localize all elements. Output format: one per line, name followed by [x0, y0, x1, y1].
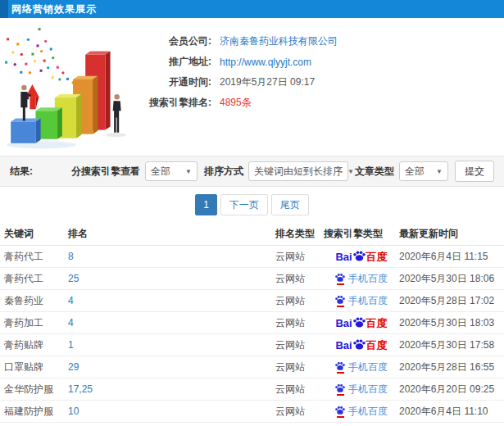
paw-icon — [353, 250, 366, 262]
rank-link[interactable]: 17,25 — [68, 383, 93, 395]
update-time-cell: 2020年6月20日 09:25 — [399, 383, 504, 397]
businessman-right — [113, 94, 121, 133]
keyword-cell: 金华防护服 — [0, 383, 68, 397]
rank-type-cell: 云网站 — [275, 250, 324, 264]
baidu-logo: Bai 百度 — [335, 339, 387, 351]
engine-filter-select[interactable]: 全部 ▼ — [145, 161, 198, 181]
paw-icon — [335, 406, 345, 415]
table-row: 膏药代工 25 云网站 手机百度 2020年5月30日 18:06 — [0, 268, 504, 290]
article-type-value: 全部 — [405, 165, 425, 179]
promo-url-link[interactable]: http://www.qlyyjt.com — [220, 57, 311, 68]
table-row: 福建防护服 10 云网站 手机百度 2020年6月4日 11:10 — [0, 401, 504, 423]
growth-chart-clipart — [0, 25, 141, 149]
table-row: 膏药加工 4 云网站 Bai 百度 2020年5月30日 18:03 — [0, 312, 504, 334]
paw-icon — [335, 361, 345, 371]
baidu-mobile-label: 手机百度 — [348, 406, 388, 416]
keyword-cell: 膏药代工 — [0, 250, 68, 264]
open-time-label: 开通时间: — [146, 75, 211, 89]
rank-type-cell: 云网站 — [275, 316, 324, 330]
paw-icon — [353, 316, 366, 329]
rank-type-cell: 云网站 — [275, 383, 324, 397]
baidu-mobile-paw-icon — [335, 273, 345, 285]
baidu-mobile-paw-icon — [335, 383, 345, 396]
baidu-mobile-label: 手机百度 — [348, 384, 388, 394]
company-link[interactable]: 济南秦鲁药业科技有限公司 — [220, 34, 338, 48]
member-info-section: 会员公司: 济南秦鲁药业科技有限公司 推广地址: http://www.qlyy… — [0, 18, 504, 156]
engine-filter-label: 分搜索引擎查看 — [71, 165, 140, 179]
rank-link[interactable]: 25 — [68, 273, 79, 284]
keyword-cell: 秦鲁药业 — [0, 294, 68, 308]
header-keyword: 关键词 — [0, 227, 68, 241]
rank-link[interactable]: 8 — [68, 251, 74, 262]
article-type-select[interactable]: 全部 ▼ — [399, 161, 448, 181]
header-rank-type: 排名类型 — [275, 227, 324, 241]
table-row: 秦鲁药业 4 云网站 手机百度 2020年5月28日 17:02 — [0, 290, 504, 312]
rank-link[interactable]: 10 — [68, 406, 79, 417]
member-details: 会员公司: 济南秦鲁药业科技有限公司 推广地址: http://www.qlyy… — [146, 18, 338, 156]
rank-type-cell: 云网站 — [275, 405, 324, 419]
table-body: 膏药代工 8 云网站 Bai 百度 2020年6月4日 11:15 膏药代工 2… — [0, 246, 504, 426]
paw-icon — [335, 295, 345, 305]
bar-blue — [11, 118, 40, 143]
detail-row-url: 推广地址: http://www.qlyyjt.com — [146, 52, 338, 72]
update-time-cell: 2020年6月4日 11:15 — [399, 250, 504, 264]
engine-cell: Bai 百度 — [324, 251, 399, 263]
last-page-button[interactable]: 尾页 — [271, 194, 309, 215]
keyword-cell: 膏药贴牌 — [0, 338, 68, 352]
engine-cell: 手机百度 — [324, 406, 399, 418]
table-header: 关键词 排名 排名类型 搜索引擎类型 最新更新时间 — [0, 223, 504, 246]
engine-cell: Bai 百度 — [324, 339, 399, 351]
rank-link[interactable]: 4 — [68, 317, 74, 329]
chevron-down-icon: ▼ — [347, 168, 354, 175]
header-rank: 排名 — [68, 227, 275, 241]
rank-type-cell: 云网站 — [275, 272, 324, 286]
ranking-table: 关键词 排名 排名类型 搜索引擎类型 最新更新时间 膏药代工 8 云网站 Bai… — [0, 223, 504, 426]
rank-type-cell: 云网站 — [275, 360, 324, 374]
rank-count-value: 4895条 — [220, 96, 252, 110]
keyword-cell: 膏药代工 — [0, 272, 68, 286]
baidu-mobile-label: 手机百度 — [348, 296, 388, 306]
baidu-mobile-paw-icon — [335, 361, 345, 374]
engine-cell: 手机百度 — [324, 273, 399, 285]
chevron-down-icon: ▼ — [436, 168, 443, 175]
baidu-mobile-label: 手机百度 — [348, 362, 388, 372]
baidu-mobile-label: 手机百度 — [348, 274, 388, 283]
update-time-cell: 2020年5月30日 17:58 — [399, 338, 504, 352]
engine-cell: 手机百度 — [324, 361, 399, 374]
table-row: 膏药贴牌 1 云网站 Bai 百度 2020年5月30日 17:58 — [0, 334, 504, 356]
sort-value: 关键词由短到长排序 — [254, 165, 343, 179]
rank-link[interactable]: 4 — [68, 295, 74, 306]
header-update-time: 最新更新时间 — [399, 227, 504, 241]
rank-type-cell: 云网站 — [275, 338, 324, 352]
paw-icon — [353, 338, 366, 351]
rank-link[interactable]: 29 — [68, 361, 79, 373]
keyword-cell: 膏药加工 — [0, 316, 68, 330]
baidu-mobile-paw-icon — [335, 295, 345, 307]
baidu-logo: Bai 百度 — [335, 317, 387, 329]
pagination: 1 下一页 尾页 — [0, 187, 504, 223]
company-label: 会员公司: — [146, 34, 211, 48]
sort-select[interactable]: 关键词由短到长排序 ▼ — [248, 161, 348, 181]
detail-row-open-time: 开通时间: 2019年5月27日 09:17 — [146, 72, 338, 93]
article-type-label: 文章类型 — [355, 165, 394, 179]
next-page-button[interactable]: 下一页 — [220, 194, 268, 215]
engine-cell: 手机百度 — [324, 383, 399, 396]
baidu-logo: Bai 百度 — [335, 251, 387, 263]
baidu-mobile-logo: 手机百度 — [335, 361, 388, 374]
sort-label: 排序方式 — [204, 165, 243, 179]
update-time-cell: 2020年5月28日 16:55 — [399, 360, 504, 374]
keyword-cell: 口罩贴牌 — [0, 360, 68, 374]
baidu-mobile-logo: 手机百度 — [335, 383, 388, 396]
promo-url-label: 推广地址: — [146, 55, 211, 69]
engine-filter-value: 全部 — [151, 165, 170, 179]
page-1-button[interactable]: 1 — [195, 194, 217, 215]
paw-icon — [335, 273, 345, 283]
bar-chart-illustration — [0, 18, 146, 156]
submit-button[interactable]: 提交 — [455, 161, 494, 182]
page-title: 网络营销效果展示 — [11, 2, 97, 16]
update-time-cell: 2020年5月28日 17:02 — [399, 294, 504, 308]
rank-link[interactable]: 1 — [68, 339, 74, 351]
title-bar-accent — [0, 0, 8, 18]
open-time-value: 2019年5月27日 09:17 — [220, 75, 315, 89]
table-row: 膏药代工 8 云网站 Bai 百度 2020年6月4日 11:15 — [0, 246, 504, 268]
